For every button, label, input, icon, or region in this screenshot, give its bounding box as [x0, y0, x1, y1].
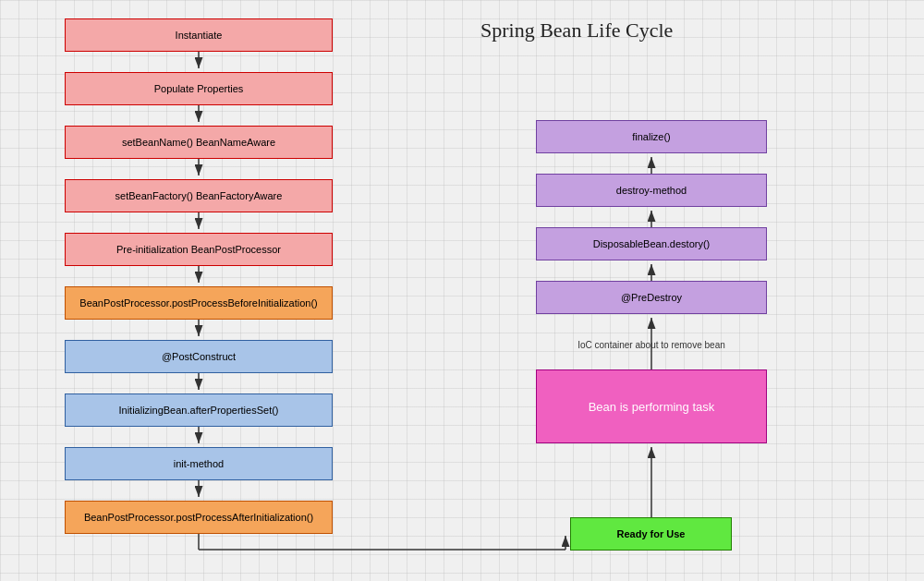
box-post-before: BeanPostProcessor.postProcessBeforeIniti… — [65, 286, 333, 320]
box-pre-init: Pre-initialization BeanPostProcessor — [65, 233, 333, 266]
box-performing-task: Bean is performing task — [536, 369, 767, 443]
box-init-method: init-method — [65, 447, 333, 480]
box-instantiate: Instantiate — [65, 18, 333, 52]
box-ready-for-use: Ready for Use — [570, 517, 732, 551]
box-setbeanname: setBeanName() BeanNameAware — [65, 126, 333, 159]
ioc-label: IoC container about to remove bean — [545, 340, 758, 350]
diagram-container: Spring Bean Life Cycle Instantiate Popul… — [0, 0, 924, 581]
box-populate: Populate Properties — [65, 72, 333, 105]
box-setbeanfactory: setBeanFactory() BeanFactoryAware — [65, 179, 333, 212]
box-disposable-bean: DisposableBean.destory() — [536, 227, 767, 260]
box-finalize: finalize() — [536, 120, 767, 153]
diagram-title: Spring Bean Life Cycle — [480, 18, 673, 42]
box-afterpropertiesset: InitializingBean.afterPropertiesSet() — [65, 393, 333, 427]
box-postconstruct: @PostConstruct — [65, 340, 333, 373]
box-predestroy: @PreDestroy — [536, 281, 767, 314]
box-destroy-method: destroy-method — [536, 174, 767, 207]
box-post-after: BeanPostProcessor.postProcessAfterInitia… — [65, 501, 333, 534]
